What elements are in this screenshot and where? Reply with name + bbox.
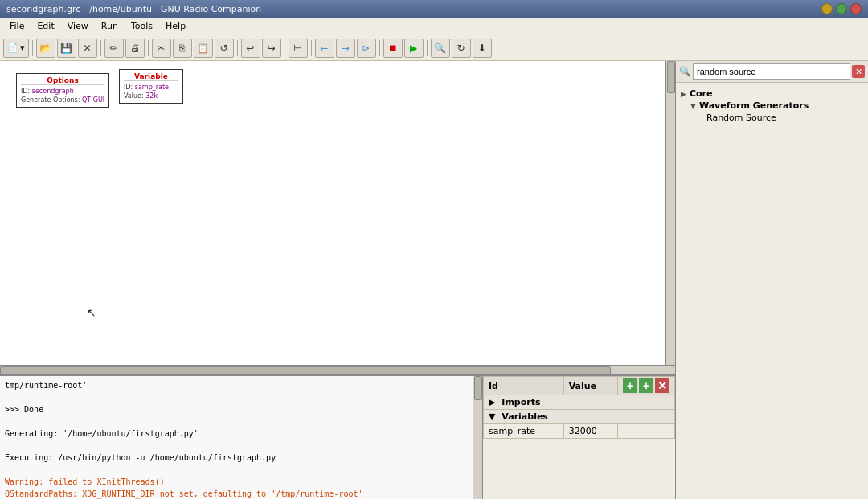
console-line-4 <box>5 415 468 427</box>
edit-button[interactable]: ✏ <box>104 39 124 58</box>
search-icon: 🔍 <box>679 66 691 77</box>
menu-tools[interactable]: Tools <box>125 19 159 33</box>
options-block[interactable]: Options ID: secondgraph Generate Options… <box>16 73 109 108</box>
flowgraph-canvas[interactable]: Options ID: secondgraph Generate Options… <box>0 61 675 365</box>
properties-table: Id Value + + ✕ <box>483 376 675 439</box>
waveform-arrow: ▼ <box>690 102 696 110</box>
download-button[interactable]: ⬇ <box>473 39 492 58</box>
close-button[interactable]: ✕ <box>78 39 97 58</box>
maximize-button[interactable] <box>836 3 847 14</box>
nav-back-button[interactable]: ← <box>315 39 334 58</box>
props-remove-button[interactable]: ✕ <box>655 378 669 393</box>
options-id-row: ID: secondgraph <box>21 87 104 96</box>
open-button[interactable]: 📂 <box>36 39 55 58</box>
tree-item-random-source[interactable]: Random Source <box>705 112 865 124</box>
console-line-3: >>> Done <box>5 403 468 415</box>
toolbar-separator-7 <box>379 40 380 56</box>
bottom-section: tmp/runtime-root' >>> Done Generating: '… <box>0 374 675 499</box>
console-wrapper: tmp/runtime-root' >>> Done Generating: '… <box>0 376 482 499</box>
search-bar: 🔍 ✕ <box>676 61 868 83</box>
console-scrollbar[interactable] <box>473 376 482 499</box>
toolbar-separator-4 <box>237 40 238 56</box>
props-add-button[interactable]: + <box>623 378 637 393</box>
console-line-5: Generating: '/home/ubuntu/firstgraph.py' <box>5 427 468 440</box>
stop-button[interactable]: ⏹ <box>383 39 403 58</box>
save-button[interactable]: 💾 <box>57 39 76 58</box>
console-scroll-thumb[interactable] <box>474 376 482 400</box>
variable-block[interactable]: Variable ID: samp_rate Value: 32k <box>119 69 183 104</box>
close-window-button[interactable] <box>850 3 862 14</box>
canvas-vscrollbar[interactable] <box>665 61 675 365</box>
align-button[interactable]: ⊢ <box>289 39 308 58</box>
console-line-9: Warning: failed to XInitThreads() <box>5 476 468 488</box>
options-generate-row: Generate Options: QT GUI <box>21 96 104 104</box>
tree-subcategory-waveform-label[interactable]: ▼ Waveform Generators <box>689 100 865 112</box>
paste-button[interactable]: 📋 <box>194 39 213 58</box>
cursor: ↖ <box>87 306 96 316</box>
block-tree: ▶ Core ▼ Waveform Generators Random Sour… <box>676 83 868 499</box>
toolbar-separator-1 <box>32 40 33 56</box>
variable-id-row: ID: samp_rate <box>124 83 178 92</box>
props-col-id: Id <box>484 377 564 395</box>
block-search-input[interactable] <box>693 63 850 80</box>
console-line-7: Executing: /usr/bin/python -u /home/ubun… <box>5 452 468 464</box>
nav-forward-button[interactable]: → <box>336 39 355 58</box>
new-dropdown-button[interactable]: 📄 ▾ <box>3 39 29 58</box>
undo-button[interactable]: ↩ <box>241 39 260 58</box>
print-button[interactable]: 🖨 <box>125 39 145 58</box>
variable-block-title: Variable <box>124 72 178 81</box>
menu-edit[interactable]: Edit <box>31 19 60 33</box>
search-clear-button[interactable]: ✕ <box>852 65 865 78</box>
variables-label: Variables <box>502 411 548 422</box>
variables-arrow: ▼ <box>489 411 495 422</box>
toolbar-separator-6 <box>311 40 312 56</box>
main-layout: Options ID: secondgraph Generate Options… <box>0 61 868 499</box>
right-panel: 🔍 ✕ ▶ Core ▼ Waveform Generators Random … <box>675 61 868 499</box>
run-button[interactable]: ▶ <box>404 39 424 58</box>
console-line-1: tmp/runtime-root' <box>5 379 468 391</box>
samp-rate-value: 32000 <box>563 424 617 439</box>
nav-extra-button[interactable]: ⊳ <box>357 39 376 58</box>
toolbar-separator-3 <box>148 40 149 56</box>
samp-rate-actions <box>618 424 675 439</box>
titlebar: secondgraph.grc - /home/ubuntu - GNU Rad… <box>0 0 868 18</box>
props-samp-rate-row: samp_rate 32000 <box>484 424 675 439</box>
menu-run[interactable]: Run <box>95 19 125 33</box>
canvas-hscrollbar[interactable] <box>0 365 675 374</box>
props-col-value: Value <box>563 377 617 395</box>
tree-subcategory-waveform: ▼ Waveform Generators Random Source <box>689 100 865 124</box>
menu-help[interactable]: Help <box>159 19 192 33</box>
console-output: tmp/runtime-root' >>> Done Generating: '… <box>0 376 473 499</box>
left-side: Options ID: secondgraph Generate Options… <box>0 61 675 499</box>
vscroll-thumb[interactable] <box>667 61 675 93</box>
menu-file[interactable]: File <box>3 19 31 33</box>
variable-value-row: Value: 32k <box>124 92 178 100</box>
find-button[interactable]: 🔍 <box>431 39 450 58</box>
props-variables-group: ▼ Variables <box>484 410 675 424</box>
tree-category-core: ▶ Core ▼ Waveform Generators Random Sour… <box>679 88 865 124</box>
props-add-button-2[interactable]: + <box>639 378 653 393</box>
imports-label: Imports <box>502 397 540 407</box>
rotate-button[interactable]: ↺ <box>215 39 234 58</box>
menubar: File Edit View Run Tools Help <box>0 18 868 35</box>
toolbar-separator-8 <box>427 40 428 56</box>
samp-rate-id: samp_rate <box>484 424 564 439</box>
options-block-title: Options <box>21 76 104 85</box>
props-imports-group: ▶ Imports <box>484 395 675 410</box>
refresh-button[interactable]: ↻ <box>452 39 471 58</box>
console-line-10: QStandardPaths: XDG_RUNTIME_DIR not set,… <box>5 488 468 499</box>
canvas-area: Options ID: secondgraph Generate Options… <box>0 61 675 374</box>
minimize-button[interactable] <box>821 3 833 14</box>
tree-category-core-label[interactable]: ▶ Core <box>679 88 865 100</box>
redo-button[interactable]: ↪ <box>262 39 281 58</box>
titlebar-controls <box>821 3 862 14</box>
canvas-inner: Options ID: secondgraph Generate Options… <box>0 61 675 365</box>
cut-button[interactable]: ✂ <box>152 39 171 58</box>
console-line-2 <box>5 391 468 403</box>
new-icon: 📄 <box>7 43 18 53</box>
toolbar: 📄 ▾ 📂 💾 ✕ ✏ 🖨 ✂ ⎘ 📋 ↺ ↩ ↪ ⊢ ← → ⊳ ⏹ ▶ 🔍 … <box>0 35 868 61</box>
hscroll-thumb[interactable] <box>0 366 611 374</box>
menu-view[interactable]: View <box>61 19 95 33</box>
copy-button[interactable]: ⎘ <box>173 39 192 58</box>
toolbar-separator-2 <box>100 40 101 56</box>
